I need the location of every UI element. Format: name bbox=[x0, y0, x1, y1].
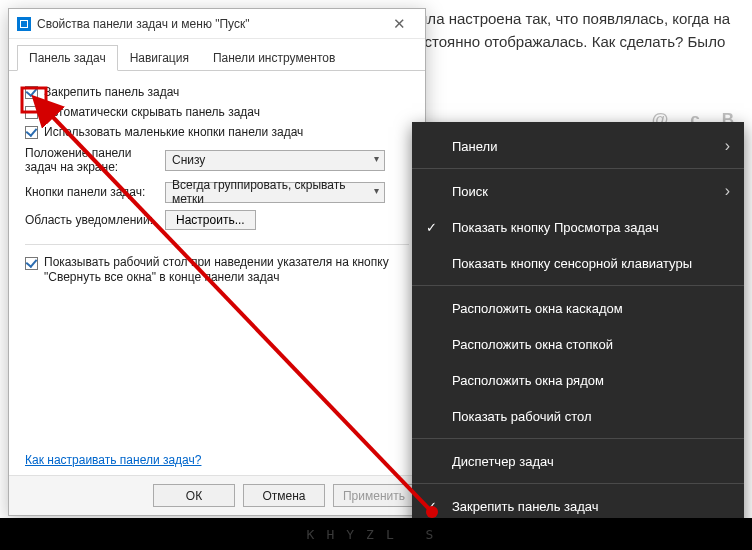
title-bar: Свойства панели задач и меню "Пуск" ✕ bbox=[9, 9, 425, 39]
configure-button[interactable]: Настроить... bbox=[165, 210, 256, 230]
dialog-title: Свойства панели задач и меню "Пуск" bbox=[37, 17, 381, 31]
ctx-show-desktop[interactable]: Показать рабочий стол bbox=[412, 398, 744, 434]
tab-taskbar[interactable]: Панель задач bbox=[17, 45, 118, 71]
tab-toolbars[interactable]: Панели инструментов bbox=[201, 45, 347, 71]
button-bar: ОК Отмена Применить bbox=[9, 475, 425, 515]
ctx-search[interactable]: Поиск bbox=[412, 173, 744, 209]
buttons-combo[interactable]: Всегда группировать, скрывать метки bbox=[165, 182, 385, 203]
taskbar-properties-dialog: Свойства панели задач и меню "Пуск" ✕ Па… bbox=[8, 8, 426, 516]
tabs: Панель задач Навигация Панели инструмент… bbox=[9, 39, 425, 71]
checkbox-icon bbox=[25, 86, 38, 99]
ctx-cascade[interactable]: Расположить окна каскадом bbox=[412, 290, 744, 326]
position-label: Положение панели задач на экране: bbox=[25, 146, 165, 175]
buttons-label: Кнопки панели задач: bbox=[25, 185, 165, 199]
checkbox-label: Использовать маленькие кнопки панели зад… bbox=[44, 125, 303, 139]
checkbox-lock-taskbar[interactable]: Закрепить панель задач bbox=[25, 85, 409, 99]
ok-button[interactable]: ОК bbox=[153, 484, 235, 507]
black-bar: KHYZL S bbox=[0, 518, 752, 550]
background-text: была настроена так, что появлялась, когд… bbox=[408, 8, 742, 53]
checkbox-autohide[interactable]: Автоматически скрывать панель задач bbox=[25, 105, 409, 119]
tab-navigation[interactable]: Навигация bbox=[118, 45, 201, 71]
ctx-taskview[interactable]: Показать кнопку Просмотра задач bbox=[412, 209, 744, 245]
checkbox-show-desktop[interactable]: Показывать рабочий стол при наведении ук… bbox=[25, 255, 409, 285]
ctx-stack[interactable]: Расположить окна стопкой bbox=[412, 326, 744, 362]
notif-label: Область уведомлений: bbox=[25, 213, 165, 227]
ctx-side[interactable]: Расположить окна рядом bbox=[412, 362, 744, 398]
apply-button[interactable]: Применить bbox=[333, 484, 415, 507]
checkbox-icon bbox=[25, 106, 38, 119]
dialog-icon bbox=[17, 17, 31, 31]
taskbar-context-menu: Панели Поиск Показать кнопку Просмотра з… bbox=[412, 122, 744, 550]
ctx-touch-keyboard[interactable]: Показать кнопку сенсорной клавиатуры bbox=[412, 245, 744, 281]
ctx-task-manager[interactable]: Диспетчер задач bbox=[412, 443, 744, 479]
ctx-panels[interactable]: Панели bbox=[412, 128, 744, 164]
checkbox-small-buttons[interactable]: Использовать маленькие кнопки панели зад… bbox=[25, 125, 409, 139]
checkbox-icon bbox=[25, 257, 38, 270]
checkbox-label: Автоматически скрывать панель задач bbox=[44, 105, 260, 119]
checkbox-icon bbox=[25, 126, 38, 139]
position-combo[interactable]: Снизу bbox=[165, 150, 385, 171]
close-icon[interactable]: ✕ bbox=[381, 9, 417, 39]
checkbox-label: Показывать рабочий стол при наведении ук… bbox=[44, 255, 409, 285]
checkbox-label: Закрепить панель задач bbox=[44, 85, 179, 99]
cancel-button[interactable]: Отмена bbox=[243, 484, 325, 507]
help-link[interactable]: Как настраивать панели задач? bbox=[25, 453, 201, 467]
tab-body: Закрепить панель задач Автоматически скр… bbox=[9, 70, 425, 285]
